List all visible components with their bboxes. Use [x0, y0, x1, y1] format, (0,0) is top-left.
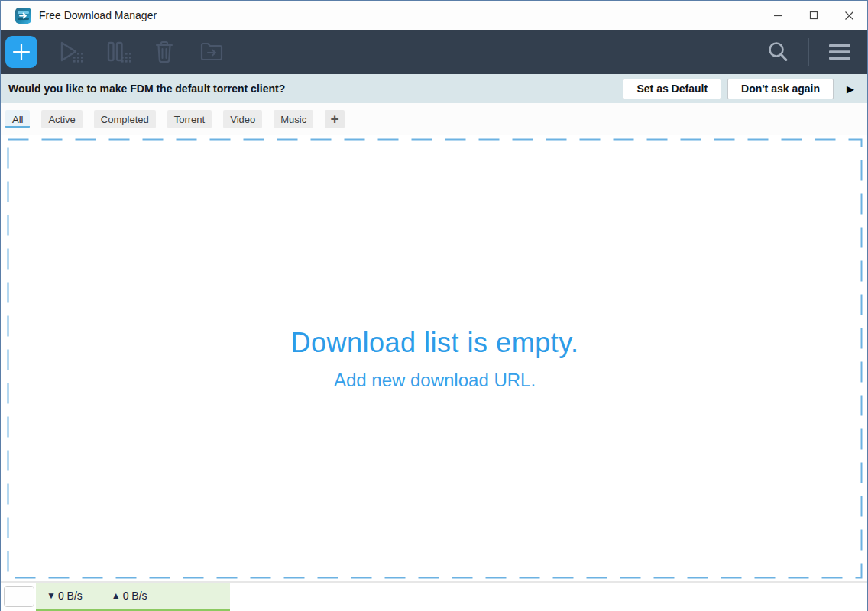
empty-state: Download list is empty. Add new download… — [7, 138, 863, 579]
download-arrow-icon: ▼ — [47, 590, 56, 601]
notification-message: Would you like to make FDM the default t… — [8, 82, 617, 95]
plus-icon — [11, 42, 31, 62]
set-as-default-button[interactable]: Set as Default — [623, 79, 721, 99]
open-folder-button[interactable] — [190, 33, 233, 71]
hamburger-icon — [828, 43, 852, 61]
add-tab-button[interactable]: + — [325, 110, 345, 128]
statusbar-toggle-box[interactable] — [4, 586, 34, 607]
folder-arrow-icon — [198, 40, 225, 64]
upload-speed-value: 0 B/s — [123, 590, 147, 602]
add-download-url-link[interactable]: Add new download URL. — [334, 370, 536, 391]
titlebar: Free Download Manager — [1, 1, 867, 30]
tab-video[interactable]: Video — [223, 110, 262, 128]
minimize-icon — [773, 11, 782, 20]
trash-icon — [152, 39, 177, 65]
start-all-button[interactable] — [48, 33, 91, 71]
empty-state-title: Download list is empty. — [291, 327, 579, 359]
pause-icon — [102, 38, 131, 66]
filter-tabs: All Active Completed Torrent Video Music… — [1, 103, 867, 135]
dont-ask-again-button[interactable]: Don't ask again — [727, 79, 834, 99]
tab-active[interactable]: Active — [41, 110, 82, 128]
download-speed-value: 0 B/s — [58, 590, 83, 602]
minimize-button[interactable] — [760, 1, 795, 30]
notification-expand-icon[interactable]: ▶ — [847, 84, 854, 94]
fdm-window: Free Download Manager — [0, 0, 868, 611]
pause-all-button[interactable] — [96, 33, 138, 71]
notification-bar: Would you like to make FDM the default t… — [1, 74, 867, 103]
window-title: Free Download Manager — [39, 9, 157, 21]
download-list-dropzone[interactable]: Download list is empty. Add new download… — [7, 138, 863, 579]
menu-button[interactable] — [818, 33, 861, 71]
maximize-icon — [809, 11, 818, 20]
search-icon — [766, 40, 790, 64]
tab-torrent[interactable]: Torrent — [167, 110, 212, 128]
play-icon — [55, 38, 84, 66]
tab-all[interactable]: All — [5, 110, 30, 128]
speed-panel[interactable]: ▼ 0 B/s ▲ 0 B/s — [36, 583, 230, 611]
maximize-button[interactable] — [795, 1, 831, 30]
upload-speed: ▲ 0 B/s — [112, 590, 147, 602]
upload-arrow-icon: ▲ — [112, 590, 121, 601]
titlebar-left: Free Download Manager — [1, 8, 760, 24]
toolbar — [1, 30, 867, 74]
close-button[interactable] — [831, 1, 867, 30]
close-icon — [844, 11, 854, 21]
toolbar-right — [756, 33, 861, 71]
delete-download-button[interactable] — [143, 33, 186, 71]
tab-completed[interactable]: Completed — [94, 110, 156, 128]
fdm-app-icon — [15, 8, 31, 24]
download-speed: ▼ 0 B/s — [47, 590, 83, 602]
tab-music[interactable]: Music — [274, 110, 313, 128]
window-controls — [760, 1, 867, 30]
add-download-button[interactable] — [5, 36, 37, 68]
toolbar-actions — [48, 33, 233, 71]
toolbar-divider — [808, 38, 809, 66]
status-bar: ▼ 0 B/s ▲ 0 B/s — [1, 583, 867, 611]
search-button[interactable] — [756, 33, 799, 71]
